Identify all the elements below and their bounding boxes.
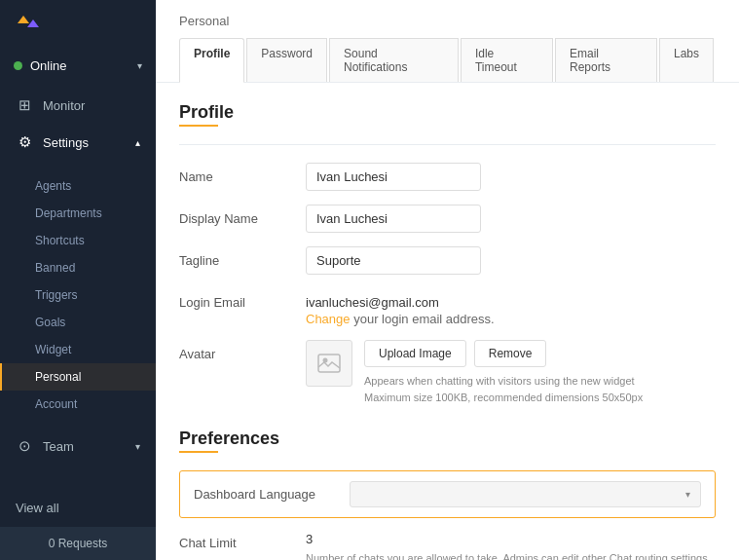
triggers-label: Triggers bbox=[35, 288, 78, 302]
avatar-hint-line1: Appears when chatting with visitors usin… bbox=[364, 373, 643, 390]
sidebar-item-settings-label: Settings bbox=[43, 135, 89, 150]
sidebar-item-banned[interactable]: Banned bbox=[0, 254, 156, 281]
change-email-hint-text: your login email address. bbox=[353, 312, 495, 326]
nav-section-main: ⊞ Monitor ⚙ Settings ▴ bbox=[0, 81, 156, 167]
requests-count: 0 Requests bbox=[49, 537, 108, 550]
svg-rect-2 bbox=[318, 355, 340, 372]
profile-underline bbox=[179, 125, 218, 127]
avatar-hint-line2: Maximum size 100KB, recommended dimensio… bbox=[364, 390, 643, 406]
settings-sub-nav: Agents Departments Shortcuts Banned Trig… bbox=[0, 167, 156, 424]
chat-limit-hint-text: Number of chats you are allowed to take.… bbox=[306, 552, 708, 560]
sidebar-item-shortcuts[interactable]: Shortcuts bbox=[0, 227, 156, 254]
avatar-label: Avatar bbox=[179, 340, 306, 361]
email-value: ivanluchesi@gmail.com bbox=[306, 288, 716, 310]
agents-label: Agents bbox=[35, 179, 71, 193]
profile-heading: Profile bbox=[179, 102, 716, 123]
chat-limit-value: 3 bbox=[306, 532, 716, 546]
status-indicator bbox=[14, 61, 22, 70]
avatar-hint: Appears when chatting with visitors usin… bbox=[364, 373, 643, 405]
name-input[interactable] bbox=[306, 163, 481, 191]
tab-email-reports[interactable]: Email Reports bbox=[555, 38, 657, 82]
page-header: Personal Profile Password Sound Notifica… bbox=[156, 0, 739, 83]
tagline-row: Tagline bbox=[179, 246, 716, 275]
sidebar-item-monitor[interactable]: ⊞ Monitor bbox=[0, 87, 156, 124]
tagline-field bbox=[306, 246, 716, 275]
avatar-field: Upload Image Remove Appears when chattin… bbox=[306, 340, 716, 405]
view-all-button[interactable]: View all bbox=[0, 489, 156, 527]
change-email-link[interactable]: Change bbox=[306, 312, 351, 326]
sidebar: Online ▾ ⊞ Monitor ⚙ Settings ▴ Agents D… bbox=[0, 0, 156, 560]
dashboard-language-box: Dashboard Language ▾ bbox=[179, 470, 716, 518]
dashboard-language-select[interactable] bbox=[360, 487, 685, 502]
page-title: Personal bbox=[179, 14, 716, 28]
login-email-row: Login Email ivanluchesi@gmail.com Change… bbox=[179, 288, 716, 326]
image-placeholder-icon bbox=[317, 354, 341, 373]
settings-chevron-icon: ▴ bbox=[135, 137, 140, 148]
chat-limit-field: 3 Number of chats you are allowed to tak… bbox=[306, 532, 716, 560]
sidebar-item-team[interactable]: ⊙ Team ▾ bbox=[0, 428, 156, 465]
svg-marker-0 bbox=[18, 16, 29, 23]
dashboard-language-label: Dashboard Language bbox=[194, 487, 350, 502]
departments-label: Departments bbox=[35, 206, 102, 220]
login-email-field: ivanluchesi@gmail.com Change your login … bbox=[306, 288, 716, 326]
sidebar-item-goals[interactable]: Goals bbox=[0, 309, 156, 336]
display-name-input[interactable] bbox=[306, 205, 481, 233]
upload-image-button[interactable]: Upload Image bbox=[364, 340, 466, 367]
requests-badge[interactable]: 0 Requests bbox=[0, 527, 156, 560]
shortcuts-label: Shortcuts bbox=[35, 234, 85, 247]
profile-section: Profile Name Display Name Tagline bbox=[179, 102, 716, 405]
tab-password[interactable]: Password bbox=[246, 38, 327, 82]
status-selector[interactable]: Online ▾ bbox=[0, 51, 156, 81]
sidebar-item-personal[interactable]: Personal bbox=[0, 363, 156, 391]
content-area: Profile Name Display Name Tagline bbox=[156, 83, 739, 560]
dashboard-language-select-box[interactable]: ▾ bbox=[350, 481, 701, 507]
dashboard-language-row: Dashboard Language ▾ bbox=[180, 471, 715, 517]
avatar-area: Upload Image Remove Appears when chattin… bbox=[306, 340, 716, 405]
banned-label: Banned bbox=[35, 261, 75, 275]
avatar-row: Avatar Upload Image bbox=[179, 340, 716, 405]
avatar-actions: Upload Image Remove Appears when chattin… bbox=[364, 340, 643, 405]
logo bbox=[0, 0, 156, 51]
account-label: Account bbox=[35, 397, 77, 411]
tab-profile[interactable]: Profile bbox=[179, 38, 244, 83]
widget-label: Widget bbox=[35, 343, 71, 356]
sidebar-item-monitor-label: Monitor bbox=[43, 98, 85, 113]
sidebar-navigation: ⊞ Monitor ⚙ Settings ▴ Agents Department… bbox=[0, 81, 156, 489]
sidebar-item-widget[interactable]: Widget bbox=[0, 336, 156, 363]
sidebar-item-agents[interactable]: Agents bbox=[0, 172, 156, 200]
tab-labs[interactable]: Labs bbox=[659, 38, 714, 82]
profile-divider bbox=[179, 144, 716, 145]
chat-limit-hint: Number of chats you are allowed to take.… bbox=[306, 550, 716, 560]
display-name-field bbox=[306, 205, 716, 233]
tab-sound-notifications[interactable]: Sound Notifications bbox=[329, 38, 459, 82]
monitor-icon: ⊞ bbox=[16, 96, 33, 114]
personal-label: Personal bbox=[35, 370, 81, 384]
chevron-down-icon: ▾ bbox=[137, 60, 142, 71]
avatar-buttons: Upload Image Remove bbox=[364, 340, 643, 367]
sidebar-item-settings[interactable]: ⚙ Settings ▴ bbox=[0, 124, 156, 161]
sidebar-item-account[interactable]: Account bbox=[0, 391, 156, 418]
sidebar-footer: View all 0 Requests bbox=[0, 489, 156, 560]
avatar-preview bbox=[306, 340, 352, 387]
sidebar-item-departments[interactable]: Departments bbox=[0, 200, 156, 227]
team-label: Team bbox=[43, 439, 74, 454]
goals-label: Goals bbox=[35, 316, 65, 329]
preferences-heading: Preferences bbox=[179, 429, 716, 449]
tabs-bar: Profile Password Sound Notifications Idl… bbox=[179, 38, 716, 82]
view-all-label: View all bbox=[16, 501, 59, 515]
team-icon: ⊙ bbox=[16, 437, 33, 455]
dashboard-language-select-wrapper: ▾ bbox=[350, 481, 701, 507]
chat-limit-label: Chat Limit bbox=[179, 532, 306, 550]
email-change-hint: Change your login email address. bbox=[306, 312, 716, 326]
status-label: Online bbox=[30, 58, 129, 73]
chat-limit-row: Chat Limit 3 Number of chats you are all… bbox=[179, 532, 716, 560]
tagline-input[interactable] bbox=[306, 246, 481, 275]
sidebar-item-triggers[interactable]: Triggers bbox=[0, 281, 156, 309]
login-email-label: Login Email bbox=[179, 288, 306, 310]
name-field bbox=[306, 163, 716, 191]
remove-avatar-button[interactable]: Remove bbox=[474, 340, 547, 367]
tab-idle-timeout[interactable]: Idle Timeout bbox=[461, 38, 553, 82]
display-name-label: Display Name bbox=[179, 205, 306, 226]
preferences-section: Preferences Dashboard Language ▾ bbox=[179, 429, 716, 560]
name-row: Name bbox=[179, 163, 716, 191]
